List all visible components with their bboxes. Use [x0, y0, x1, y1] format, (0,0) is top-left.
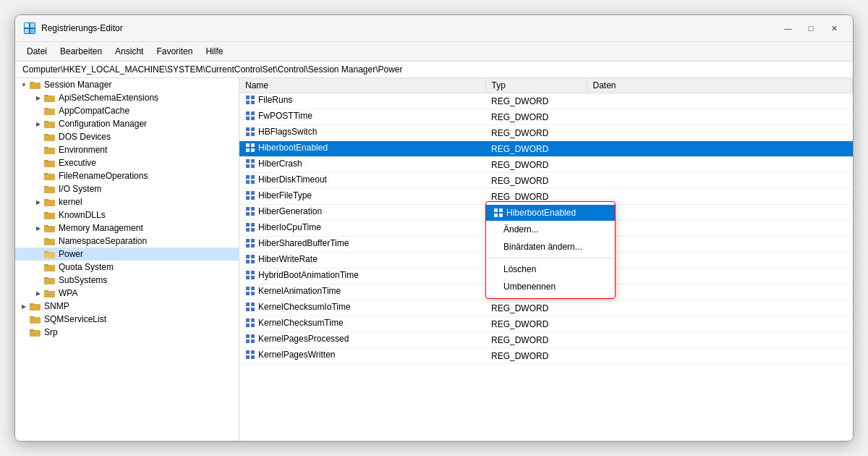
tree-item-namespace[interactable]: ▶ NamespaceSeparation	[15, 235, 239, 248]
svg-rect-83	[246, 244, 250, 248]
menu-favoriten[interactable]: Favoriten	[150, 44, 198, 59]
context-menu-item-binaer[interactable]: Binärdaten ändern...	[486, 238, 615, 256]
tree-label-exec: Executive	[59, 158, 96, 168]
tree-item-knowndlls[interactable]: ▶ KnownDLLs	[15, 208, 239, 221]
svg-rect-62	[251, 159, 255, 163]
reg-icon-hiberdisc: HiberDiskTimeout	[245, 174, 327, 185]
tree-item-subsystems[interactable]: ▶ SubSystems	[15, 274, 239, 287]
arrow-memory: ▶	[33, 225, 44, 232]
tree-label-namespace: NamespaceSeparation	[59, 236, 147, 246]
window-title: Registrierungs-Editor	[41, 23, 123, 33]
reg-icon-kernelpageswritten: KernelPagesWritten	[245, 350, 336, 360]
arrow-session-manager: ▼	[18, 82, 30, 88]
svg-rect-102	[251, 318, 255, 322]
tree-pane[interactable]: ▼ Session Manager ▶	[15, 78, 239, 441]
svg-rect-19	[44, 174, 55, 180]
tree-item-sqm[interactable]: ▶ SQMServiceList	[15, 313, 239, 326]
svg-rect-101	[246, 318, 250, 322]
table-row[interactable]: FwPOSTTime REG_DWORD	[239, 109, 853, 125]
svg-rect-113	[494, 208, 498, 212]
tree-item-kernel[interactable]: ▶ kernel	[15, 195, 239, 208]
tree-item-session-manager[interactable]: ▼ Session Manager	[15, 78, 239, 91]
tree-item-snmp[interactable]: ▶ SNMP	[15, 300, 239, 313]
menu-ansicht[interactable]: Ansicht	[109, 44, 149, 59]
title-bar: Registrierungs-Editor — □ ✕	[15, 15, 853, 42]
table-row[interactable]: KernelPagesProcessed REG_DWORD	[239, 332, 853, 348]
table-row[interactable]: HiberCrash REG_DWORD	[239, 157, 853, 173]
tree-item-environment[interactable]: ▶ Environment	[15, 143, 239, 156]
menu-bar: Datei Bearbeiten Ansicht Favoriten Hilfe	[15, 42, 853, 62]
svg-rect-84	[251, 244, 255, 248]
reg-icon-kernelchecksumio: KernelChecksumIoTime	[245, 302, 351, 312]
svg-rect-48	[251, 101, 255, 104]
table-row-hiberboot[interactable]: HiberbootEnabled REG_DWORD	[239, 141, 853, 157]
folder-icon-namespace	[44, 237, 56, 246]
tree-item-filerename[interactable]: ▶ FileRenameOperations	[15, 169, 239, 182]
svg-rect-11	[44, 122, 55, 128]
svg-rect-81	[246, 239, 250, 242]
table-row[interactable]: KernelPagesWritten REG_DWORD	[239, 348, 853, 364]
context-menu-item-umbenennen[interactable]: Umbenennen	[486, 278, 615, 295]
svg-rect-28	[44, 225, 48, 227]
close-button[interactable]: ✕	[824, 21, 844, 35]
tree-item-wpa[interactable]: ▶ WPA	[15, 287, 239, 300]
table-row[interactable]: HBFlagsSwitch REG_DWORD	[239, 125, 853, 141]
tree-label-sqm: SQMServiceList	[44, 314, 106, 324]
svg-rect-50	[251, 111, 255, 115]
svg-rect-72	[251, 196, 255, 200]
tree-item-iosystem[interactable]: ▶ I/O System	[15, 182, 239, 195]
svg-rect-29	[44, 239, 55, 245]
table-row[interactable]: HiberDiskTimeout REG_DWORD	[239, 173, 853, 189]
tree-item-srp[interactable]: ▶ Srp	[15, 326, 239, 339]
tree-label-io: I/O System	[59, 184, 101, 194]
context-menu-header: HiberbootEnabled	[486, 205, 615, 221]
maximize-button[interactable]: □	[801, 21, 821, 35]
tree-item-memory[interactable]: ▶ Memory Management	[15, 221, 239, 235]
tree-label-dos: DOS Devices	[59, 132, 111, 142]
svg-rect-49	[246, 111, 250, 115]
svg-rect-7	[44, 96, 55, 102]
svg-rect-78	[251, 223, 255, 227]
tree-item-power[interactable]: ▶ Power	[15, 248, 239, 261]
svg-rect-77	[246, 223, 250, 227]
menu-hilfe[interactable]: Hilfe	[200, 44, 229, 59]
tree-item-executive[interactable]: ▶ Executive	[15, 156, 239, 169]
arrow-snmp: ▶	[18, 303, 30, 310]
minimize-button[interactable]: —	[778, 21, 798, 35]
tree-label-wpa: WPA	[59, 288, 77, 298]
main-window: Registrierungs-Editor — □ ✕ Datei Bearbe…	[14, 14, 854, 442]
svg-rect-6	[30, 83, 41, 89]
svg-rect-3	[30, 29, 35, 33]
folder-icon-exec	[44, 159, 56, 168]
tree-item-apiset[interactable]: ▶ ApiSetSchemaExtensions	[15, 91, 239, 104]
tree-item-quota[interactable]: ▶ Quota System	[15, 261, 239, 274]
tree-item-dos[interactable]: ▶ DOS Devices	[15, 130, 239, 143]
registry-pane[interactable]: Name Typ Daten FileRuns REG_DWORD	[239, 78, 853, 441]
table-row[interactable]: KernelChecksumIoTime REG_DWORD	[239, 300, 853, 316]
reg-icon-hbflags: HBFlagsSwitch	[245, 127, 317, 137]
svg-rect-70	[251, 191, 255, 195]
svg-rect-60	[251, 148, 255, 152]
svg-rect-87	[246, 260, 250, 263]
context-menu-item-aendern[interactable]: Ändern...	[486, 221, 615, 238]
menu-bearbeiten[interactable]: Bearbeiten	[54, 44, 108, 59]
tree-item-config-manager[interactable]: ▶ Configuration Manager	[15, 117, 239, 130]
svg-rect-13	[44, 135, 55, 141]
svg-rect-21	[44, 187, 55, 193]
context-menu-separator	[486, 258, 615, 258]
svg-rect-40	[30, 303, 34, 305]
reg-icon-hibergen: HiberGeneration	[245, 206, 322, 216]
svg-rect-106	[251, 334, 255, 338]
svg-rect-74	[251, 207, 255, 211]
menu-datei[interactable]: Datei	[21, 44, 53, 59]
col-header-name: Name	[239, 78, 485, 93]
table-row[interactable]: KernelChecksumTime REG_DWORD	[239, 316, 853, 332]
svg-rect-39	[30, 304, 41, 311]
svg-rect-25	[44, 213, 55, 219]
context-menu-item-loeschen[interactable]: Löschen	[486, 261, 615, 278]
svg-rect-10	[44, 108, 48, 109]
svg-rect-32	[44, 251, 48, 253]
folder-icon-io	[44, 185, 56, 194]
tree-item-appcompat[interactable]: ▶ AppCompatCache	[15, 104, 239, 117]
table-row[interactable]: FileRuns REG_DWORD	[239, 93, 853, 109]
